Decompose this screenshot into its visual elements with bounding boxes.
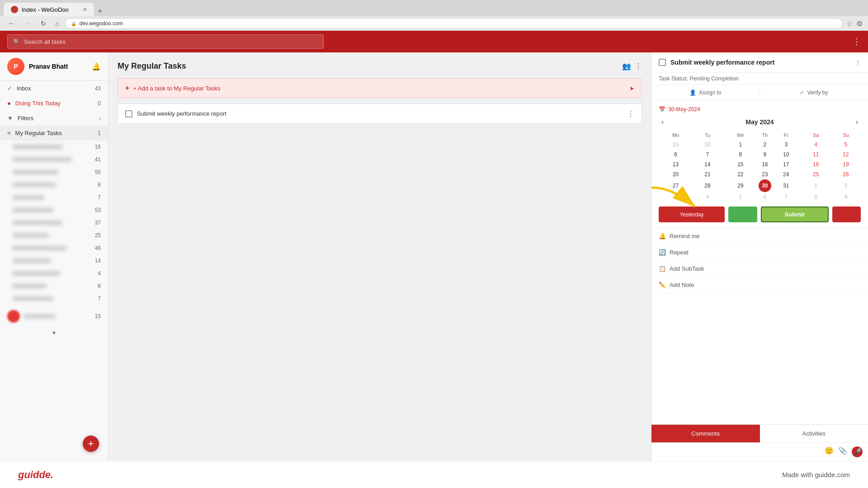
cal-cell[interactable]: 29 xyxy=(659,140,693,150)
panel-more-icon[interactable]: ⋮ xyxy=(855,59,861,66)
cal-cell[interactable]: 24 xyxy=(771,169,801,179)
list-item-bottom[interactable]: 15 xyxy=(0,307,108,326)
submit-button[interactable]: Submit xyxy=(761,206,829,222)
add-task-bar[interactable]: + + Add a task to My Regular Tasks ➤ xyxy=(118,78,642,98)
cal-cell[interactable]: 25 xyxy=(801,169,831,179)
comments-tab[interactable]: Comments xyxy=(651,425,760,442)
cal-cell[interactable]: 2 xyxy=(759,140,771,150)
list-item[interactable]: 53 xyxy=(0,204,108,216)
attachment-icon[interactable]: 📎 xyxy=(838,446,847,457)
mic-icon[interactable]: 🎤 xyxy=(852,446,863,457)
new-tab-button[interactable]: + xyxy=(94,7,106,16)
calendar-next-button[interactable]: › xyxy=(853,117,861,127)
bell-small-icon: 🔔 xyxy=(659,233,666,239)
emoji-icon[interactable]: 🙂 xyxy=(825,446,834,457)
verify-by-button[interactable]: ✓ Verify by xyxy=(760,85,868,100)
settings-icon[interactable]: ⚙ xyxy=(856,19,863,28)
sidebar-chevron-down[interactable]: ▾ xyxy=(0,326,108,340)
list-item[interactable]: 4 xyxy=(0,267,108,280)
repeat-item[interactable]: 🔄 Repeat xyxy=(651,244,868,261)
panel-checkbox[interactable] xyxy=(659,59,666,66)
tab-close-icon[interactable]: ✕ xyxy=(83,7,87,13)
today-button[interactable] xyxy=(728,206,757,222)
reload-button[interactable]: ↻ xyxy=(38,19,49,28)
cal-cell[interactable]: 4 xyxy=(801,140,831,150)
cal-cell[interactable]: 8 xyxy=(801,192,831,202)
yesterday-button[interactable]: Yesterday xyxy=(659,206,725,222)
task-checkbox[interactable] xyxy=(125,110,132,117)
cal-cell[interactable]: 26 xyxy=(831,169,861,179)
header-more-icon[interactable]: ⋮ xyxy=(853,37,861,47)
sidebar-item-inbox[interactable]: ✓ Inbox 43 xyxy=(0,81,108,96)
cal-cell[interactable]: 18 xyxy=(801,160,831,169)
sidebar-item-my-regular-tasks[interactable]: ≡ My Regular Tasks 1 xyxy=(0,126,108,141)
search-bar[interactable]: 🔍 Search all tasks xyxy=(7,34,324,49)
cal-cell[interactable]: 1 xyxy=(722,140,759,150)
cal-cell[interactable]: 14 xyxy=(693,160,722,169)
cal-cell[interactable]: 27 xyxy=(659,179,693,192)
list-item[interactable]: 41 xyxy=(0,153,108,166)
more-icon[interactable]: ⋮ xyxy=(635,62,642,70)
list-item[interactable]: 6 xyxy=(0,178,108,191)
cal-cell[interactable]: 16 xyxy=(759,160,771,169)
cal-cell[interactable]: 30 xyxy=(693,140,722,150)
address-bar[interactable]: 🔒 dev.wegodoo.com xyxy=(65,18,843,29)
cal-cell[interactable]: 17 xyxy=(771,160,801,169)
active-tab[interactable]: Index - WeGoDoo ✕ xyxy=(4,3,94,16)
cal-cell[interactable]: 23 xyxy=(759,169,771,179)
cal-cell[interactable]: 5 xyxy=(722,192,759,202)
sidebar-item-filters[interactable]: ▼ Filters › xyxy=(0,111,108,126)
cal-cell[interactable]: 15 xyxy=(722,160,759,169)
assign-to-button[interactable]: 👤 Assign to xyxy=(651,85,760,100)
cal-cell[interactable]: 5 xyxy=(831,140,861,150)
cal-cell[interactable]: 31 xyxy=(771,179,801,192)
cal-cell[interactable]: 3 xyxy=(659,192,693,202)
cal-cell[interactable]: 2 xyxy=(831,179,861,192)
cal-cell[interactable]: 7 xyxy=(771,192,801,202)
cal-cell[interactable]: 1 xyxy=(801,179,831,192)
home-button[interactable]: ⌂ xyxy=(52,19,61,28)
cal-cell[interactable]: 12 xyxy=(831,150,861,160)
task-menu-icon[interactable]: ⋮ xyxy=(627,109,634,118)
cal-cell[interactable]: 9 xyxy=(759,150,771,160)
bookmark-icon[interactable]: ☆ xyxy=(846,19,853,28)
cal-cell[interactable]: 13 xyxy=(659,160,693,169)
cal-cell[interactable]: 6 xyxy=(759,192,771,202)
sidebar-item-doing-today[interactable]: ● Doing This Today 0 xyxy=(0,96,108,111)
cal-cell[interactable]: 6 xyxy=(659,150,693,160)
calendar-prev-button[interactable]: ‹ xyxy=(659,117,666,127)
fab-add-button[interactable]: + xyxy=(83,436,99,452)
list-item[interactable]: 16 xyxy=(0,141,108,153)
cal-cell[interactable]: 7 xyxy=(693,150,722,160)
cal-cell[interactable]: 9 xyxy=(831,192,861,202)
cal-cell[interactable]: 3 xyxy=(771,140,801,150)
cal-cell[interactable]: 11 xyxy=(801,150,831,160)
cal-cell[interactable]: 19 xyxy=(831,160,861,169)
cal-cell[interactable]: 4 xyxy=(693,192,722,202)
list-item[interactable]: 37 xyxy=(0,216,108,229)
cal-cell[interactable]: 22 xyxy=(722,169,759,179)
list-item[interactable]: 14 xyxy=(0,254,108,267)
add-note-item[interactable]: ✏️ Add Note xyxy=(651,277,868,293)
cal-cell[interactable]: 20 xyxy=(659,169,693,179)
list-item[interactable]: 7 xyxy=(0,191,108,204)
activities-tab[interactable]: Activities xyxy=(760,425,868,442)
list-item[interactable]: 25 xyxy=(0,229,108,242)
cal-cell-today[interactable]: 30 xyxy=(759,179,771,192)
remind-me-item[interactable]: 🔔 Remind me xyxy=(651,228,868,244)
list-item[interactable]: 7 xyxy=(0,292,108,305)
bell-icon[interactable]: 🔔 xyxy=(92,62,101,71)
cal-cell[interactable]: 29 xyxy=(722,179,759,192)
add-subtask-item[interactable]: 📋 Add SubTask xyxy=(651,261,868,277)
cal-cell[interactable]: 21 xyxy=(693,169,722,179)
list-item[interactable]: 46 xyxy=(0,242,108,254)
list-item[interactable]: 55 xyxy=(0,166,108,178)
back-button[interactable]: ← xyxy=(5,19,18,28)
list-item[interactable]: 6 xyxy=(0,280,108,292)
people-icon[interactable]: 👥 xyxy=(622,62,631,70)
cal-cell[interactable]: 10 xyxy=(771,150,801,160)
forward-button[interactable]: → xyxy=(22,19,34,28)
cal-cell[interactable]: 28 xyxy=(693,179,722,192)
cal-cell[interactable]: 8 xyxy=(722,150,759,160)
tomorrow-button[interactable] xyxy=(832,206,861,222)
